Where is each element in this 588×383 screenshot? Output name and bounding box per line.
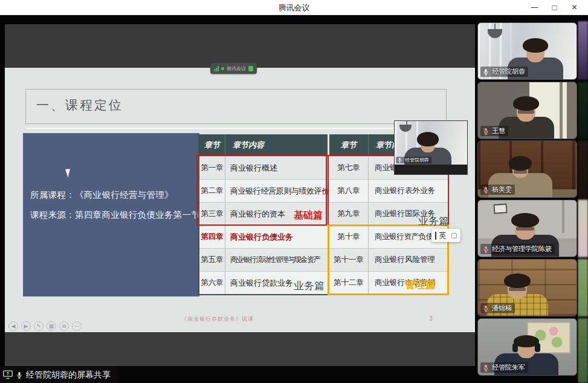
door-frame [562, 200, 564, 233]
mic-muted-icon [482, 305, 489, 312]
table-cell-chapter: 第四章 [199, 225, 225, 248]
screen-share-label: 经管院胡蓉的屏幕共享 [26, 370, 111, 381]
close-button[interactable]: ✕ [564, 0, 584, 15]
table-cell-chapter: 第五章 [199, 248, 225, 271]
ime-icon [451, 233, 457, 238]
participant-nameplate: 王慧 [480, 126, 508, 136]
label-basic-section: 基础篇 [294, 209, 323, 222]
table-header-content: 章节内容 [225, 134, 328, 156]
recording-dot-icon [221, 67, 224, 70]
table-header-chapter: 章节 [329, 134, 369, 156]
participant-name: 经管院胡蓉 [492, 67, 525, 76]
mic-on-icon [482, 68, 489, 76]
maximize-button[interactable]: □ [544, 0, 564, 15]
window-frame [560, 82, 563, 139]
mic-on-icon [397, 157, 402, 163]
course-info-box: 所属课程：《商业银行经营与管理》 课程来源：第四章商业银行负债业务第一节 [23, 133, 199, 296]
participant-nameplate: 杨美雯 [480, 185, 515, 195]
slide-title: 一、课程定位 [36, 97, 123, 114]
course-info-line2: 课程来源：第四章商业银行负债业务第一节 [30, 205, 200, 225]
title-bar: 腾讯会议 — □ ✕ [0, 0, 588, 15]
mouse-cursor [65, 168, 73, 178]
ime-mode-label: 英 [439, 231, 447, 241]
prev-slide-button[interactable]: ◀ [8, 321, 18, 331]
slide-page-number: 3 [429, 315, 433, 322]
participant-name: 经济与管理学院陈簌 [492, 244, 552, 254]
speaker-video: 经管院胡蓉 [395, 121, 467, 165]
participant-name: 杨美雯 [492, 185, 512, 194]
participant-thumbnail[interactable]: 经管院胡蓉 [477, 22, 577, 80]
speaker-name: 经管院胡蓉 [405, 157, 429, 163]
annotate-tool-button[interactable]: ▦ [47, 321, 56, 331]
participant-nameplate: 经管院朱军 [480, 362, 528, 373]
zoom-tool-button[interactable]: ⊕ [59, 321, 69, 331]
window-controls: — □ ✕ [525, 0, 584, 15]
participant-nameplate: 经济与管理学院陈簌 [480, 244, 555, 254]
label-management-section: 管理篇 [405, 278, 436, 292]
edge-video-strip-segment [578, 140, 588, 198]
mic-muted-icon [482, 364, 489, 372]
participant-nameplate: 经管院胡蓉 [480, 67, 528, 77]
label-business-section-right: 业务篇 [418, 214, 449, 228]
edge-video-strip-segment [578, 200, 588, 257]
shared-screen-bottom-band [5, 332, 475, 366]
participant-nameplate: 潘锦楠 [480, 303, 515, 313]
window-title: 腾讯会议 [0, 0, 588, 15]
table-cell-content: 商业银行流动性管理与现金资产 [225, 248, 328, 271]
next-slide-button[interactable]: ▶ [21, 321, 31, 331]
participant-name: 经管院朱军 [492, 363, 525, 372]
meeting-window: 腾讯会议 — □ ✕ 腾讯会议 一、课程定位 所属课程：《商业银行经营与管理》 … [0, 0, 588, 383]
meeting-status-pill: 腾讯会议 [210, 63, 257, 74]
signal-bars-icon [214, 66, 219, 71]
participant-name: 王慧 [492, 126, 505, 136]
table-cell-chapter: 第六章 [199, 271, 225, 294]
presenter-controls: ◀ ▶ ✎ ▦ ⊕ ⋯ [8, 321, 82, 331]
mic-muted-icon [482, 246, 489, 253]
shared-screen-top-band [5, 24, 475, 68]
ime-popup: 英 [431, 229, 460, 242]
edge-video-strip-segment [578, 259, 588, 316]
edge-video-strip-segment [578, 21, 588, 80]
participant-name: 潘锦楠 [492, 304, 512, 313]
participant-thumbnail[interactable]: 王慧 [477, 82, 577, 139]
shared-slide: 一、课程定位 所属课程：《商业银行经营与管理》 课程来源：第四章商业银行负债业务… [5, 68, 475, 332]
table-header-chapter: 章节 [199, 134, 225, 156]
headphones [512, 343, 518, 352]
participant-thumbnail[interactable]: 杨美雯 [477, 140, 577, 198]
course-info-text: 所属课程：《商业银行经营与管理》 课程来源：第四章商业银行负债业务第一节 [30, 185, 200, 225]
shield-icon [248, 66, 253, 71]
edge-video-strip [578, 15, 588, 383]
minimize-button[interactable]: — [525, 0, 544, 15]
slide-footer-text: 《商业银行存款业务》说课 [181, 315, 254, 323]
label-business-section-left: 业务篇 [294, 279, 325, 293]
participant-thumbnail[interactable]: 经管院朱军 [477, 318, 577, 376]
speaking-overlay[interactable]: 正在讲话: 经管院胡蓉 [394, 120, 468, 175]
mic-muted-icon [482, 186, 489, 194]
wall-picture [493, 203, 507, 214]
slide-divider [25, 128, 447, 129]
ime-caret [435, 232, 436, 240]
edge-video-strip-segment [578, 318, 588, 383]
mic-on-icon [16, 372, 23, 379]
screen-share-bar: 经管院胡蓉的屏幕共享 [0, 367, 118, 383]
status-pill-label: 腾讯会议 [227, 65, 246, 72]
table-cell-content: 商业银行负债业务 [225, 225, 328, 248]
edge-video-strip-segment [578, 82, 588, 139]
speaker-nameplate: 经管院胡蓉 [396, 157, 431, 163]
participant-thumbnail[interactable]: 经济与管理学院陈簌 [477, 200, 577, 257]
screen-share-icon [3, 370, 13, 379]
pen-tool-button[interactable]: ✎ [34, 321, 44, 331]
mic-muted-icon [482, 128, 489, 135]
participant-thumbnail[interactable]: 潘锦楠 [477, 259, 577, 316]
course-info-line1: 所属课程：《商业银行经营与管理》 [30, 185, 200, 205]
more-options-button[interactable]: ⋯ [72, 321, 82, 331]
